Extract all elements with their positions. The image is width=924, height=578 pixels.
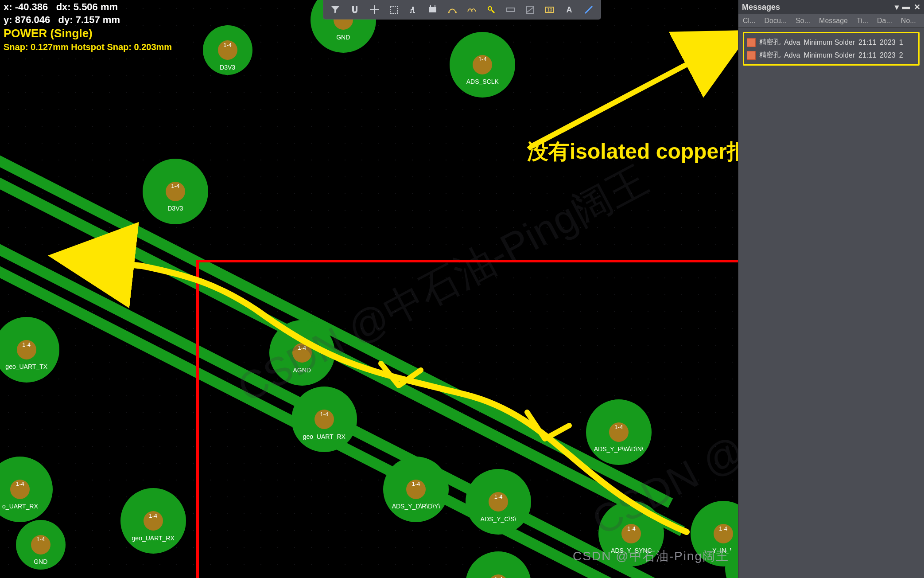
message-col1: 精密孔 [759, 38, 780, 47]
via-net-label: ADS_SCLK [466, 78, 499, 85]
via-d3v3[interactable]: 1-4D3V3 [143, 159, 208, 224]
svg-point-4 [448, 12, 450, 13]
message-col2: Adva [784, 39, 800, 47]
messages-column-header[interactable]: Docu... [764, 17, 787, 25]
board-icon[interactable] [524, 3, 537, 16]
dx-label: dx: [56, 1, 71, 12]
layer-name: POWER (Single) [4, 26, 172, 41]
messages-column-header[interactable]: Ti... [857, 17, 868, 25]
via-d3v3[interactable]: 1-4D3V3 [203, 25, 252, 75]
svg-rect-7 [507, 8, 515, 12]
message-color-swatch [747, 51, 756, 60]
via-geouartrx[interactable]: 1-4geo_UART_RX [120, 488, 186, 554]
multi-route-icon[interactable] [465, 3, 478, 16]
messages-column-header[interactable]: Message [819, 17, 848, 25]
top-toolbar: 10A [323, 0, 601, 20]
message-col5: 2023 [880, 51, 896, 59]
messages-panel: Messages ▾ ▬ ✕ Cl...Docu...So...MessageT… [738, 0, 924, 578]
annotation-text-1: 没有isolated copper报错 [527, 137, 769, 166]
message-color-swatch [747, 38, 756, 47]
svg-point-6 [488, 7, 492, 10]
message-col2: Adva [784, 51, 800, 59]
dimension-10-icon[interactable]: 10 [543, 3, 556, 16]
align-icon[interactable] [407, 3, 420, 16]
via-layer-label: 1-4 [223, 42, 232, 48]
messages-column-header[interactable]: No... [901, 17, 916, 25]
via-net-label: GND [336, 34, 350, 41]
via-net-label: D3V3 [167, 205, 183, 212]
x-value: -40.386 [15, 1, 48, 12]
via-net-label: geo_UART_TX [5, 363, 47, 370]
key-icon[interactable] [485, 3, 498, 16]
via-layer-label: 1-4 [36, 536, 45, 543]
message-row[interactable]: 精密孔AdvaMinimum Solder21:1120231 [746, 36, 916, 49]
text-a-icon[interactable]: A [563, 3, 576, 16]
y-label: y: [4, 14, 12, 25]
x-label: x: [4, 1, 12, 12]
messages-column-header[interactable]: So... [796, 17, 810, 25]
messages-list[interactable]: 精密孔AdvaMinimum Solder21:1120231精密孔AdvaMi… [738, 27, 924, 70]
watermark-bottom-right: CSDN @中石油-Ping阔王 [573, 548, 729, 565]
panel-dock-icon[interactable]: ▬ [902, 2, 910, 12]
via-layer-label: 1-4 [149, 513, 157, 519]
messages-header[interactable]: Messages ▾ ▬ ✕ [738, 0, 924, 14]
snap-info: Snap: 0.127mm Hotspot Snap: 0.203mm [4, 41, 172, 53]
svg-rect-1 [429, 7, 436, 12]
message-col5: 2023 [880, 39, 896, 47]
message-col4: 21:11 [858, 39, 876, 47]
snap-magnet-icon[interactable] [348, 3, 361, 16]
panel-dropdown-icon[interactable]: ▾ [895, 2, 899, 12]
via-net-label: geo_UART_RX [132, 535, 175, 542]
svg-rect-3 [435, 5, 435, 7]
via-layer-label: 1-4 [171, 183, 179, 189]
coordinates-overlay: x: -40.386 dx: 5.506 mm y: 876.046 dy: 7… [4, 1, 172, 53]
message-col3: Minimum Solder [804, 51, 855, 59]
panel-close-icon[interactable]: ✕ [914, 2, 920, 12]
message-col3: Minimum Solder [804, 39, 855, 47]
via-layer-label: 1-4 [16, 481, 24, 487]
dy-value: 7.157 mm [76, 14, 120, 25]
via-layer-label: 1-4 [478, 56, 487, 62]
dy-label: dy: [58, 14, 73, 25]
messages-title: Messages [742, 3, 780, 12]
crosshair-icon[interactable] [368, 3, 381, 16]
svg-rect-0 [390, 6, 397, 13]
via-net-label: GND [34, 558, 47, 565]
filter-icon[interactable] [329, 3, 342, 16]
select-rect-icon[interactable] [387, 3, 400, 16]
via-layer-label: 1-4 [22, 342, 31, 348]
message-col6: 1 [899, 39, 903, 47]
via-adssclk[interactable]: 1-4ADS_SCLK [450, 32, 515, 98]
message-col1: 精密孔 [759, 51, 780, 60]
dx-value: 5.506 mm [74, 1, 118, 12]
svg-text:A: A [567, 5, 572, 14]
via-net-label: D3V3 [220, 64, 235, 71]
messages-column-header[interactable]: Da... [877, 17, 892, 25]
message-col6: 2 [899, 51, 903, 59]
measure-icon[interactable] [504, 3, 517, 16]
messages-highlight-box: 精密孔AdvaMinimum Solder21:1120231精密孔AdvaMi… [743, 32, 920, 66]
message-col4: 21:11 [858, 51, 876, 59]
line-tool-icon[interactable] [582, 3, 595, 16]
messages-columns[interactable]: Cl...Docu...So...MessageTi...Da...No... [738, 14, 924, 27]
svg-rect-2 [430, 5, 431, 7]
via-gnd[interactable]: 1-4GND [16, 520, 66, 570]
via-net-label: o_UART_RX [2, 503, 38, 510]
component-icon[interactable] [426, 3, 439, 16]
messages-column-header[interactable]: Cl... [743, 17, 755, 25]
message-row[interactable]: 精密孔AdvaMinimum Solder21:1120232 [746, 49, 916, 62]
svg-text:10: 10 [547, 8, 552, 12]
y-value: 876.046 [15, 14, 50, 25]
route-icon[interactable] [446, 3, 459, 16]
svg-point-5 [455, 12, 457, 13]
